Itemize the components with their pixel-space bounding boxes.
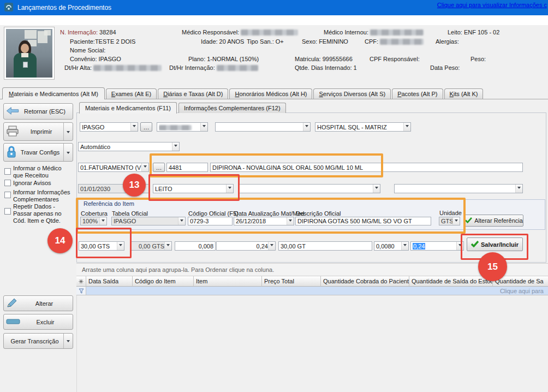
annotation-step-14: 14 xyxy=(47,228,73,253)
grid-body-edge xyxy=(76,295,77,392)
retornar-button[interactable]: Retornar (ESC) xyxy=(3,103,73,120)
column-header-qtd-saida[interactable]: Quantidade de Saída do Estoque xyxy=(409,276,493,287)
medico-receitou-combo[interactable] xyxy=(215,122,311,132)
tab-exames[interactable]: Exames (Alt E) xyxy=(106,88,157,99)
window-title: Lançamentos de Procedimentos xyxy=(17,4,111,11)
tab-honorarios-medicos[interactable]: Honorários Médicos (Alt H) xyxy=(229,88,312,99)
idade: Idade:20 ANOS xyxy=(201,38,244,45)
column-header-item[interactable]: Item xyxy=(194,276,262,287)
column-header-codigo-item[interactable]: Código do Item xyxy=(133,276,194,287)
cobertura-label: Cobertura xyxy=(81,210,108,217)
data-atualizacao-combo[interactable]: 26/12/2018 xyxy=(234,217,294,225)
qtde-oficial-field[interactable]: 30,00 GT xyxy=(278,241,372,251)
annotation-step-15: 15 xyxy=(478,252,507,281)
tab-kits[interactable]: Kits (Alt K) xyxy=(444,88,484,99)
travar-dropdown[interactable] xyxy=(63,144,73,161)
alterar-referencia-button[interactable]: Alterar Referência xyxy=(464,215,523,227)
tipo-sanguineo: Tipo San.:O+ xyxy=(247,38,284,45)
eraser-icon xyxy=(6,318,20,326)
grid-header-row: Data Saída Código do Item Item Preço Tot… xyxy=(76,276,548,287)
pencil-icon xyxy=(6,298,18,310)
tabela-oficial-combo[interactable]: IPASGO xyxy=(111,217,186,225)
redacted-value xyxy=(380,39,424,45)
descricao-oficial-field[interactable]: DIPIRONA GOTAS 500 MG/ML SO VO GT xyxy=(295,217,431,225)
app-icon xyxy=(4,3,13,13)
convenio-combo[interactable]: IPASGO xyxy=(80,122,138,132)
tab-materiais-medicamentos[interactable]: Materiais e Medicamentos (Alt M) xyxy=(2,87,105,99)
cpf: CPF: xyxy=(365,38,424,45)
tabela-oficial-label: Tabela Oficial xyxy=(112,210,148,217)
alterar-button[interactable]: Alterar xyxy=(3,295,73,311)
imprimir-button[interactable]: Imprimir xyxy=(3,122,73,141)
convenio-paciente: Convênio:IPASGO xyxy=(70,56,121,62)
grid-corner-icon xyxy=(76,276,86,287)
checkbox-ignorar-avisos[interactable] xyxy=(4,180,11,186)
checkbox-informar-informacoes[interactable] xyxy=(4,192,11,198)
exame-vinculado-combo[interactable] xyxy=(394,184,523,193)
cod-item-browse-button[interactable]: … xyxy=(153,163,165,172)
local-uso-combo[interactable]: LEITO xyxy=(153,184,234,193)
codigo-oficial-label: Código Oficial (F5) xyxy=(188,210,239,217)
leito: Leito:ENF 105 - 02 xyxy=(448,29,499,35)
valor-total-combo[interactable]: 0,24 xyxy=(216,241,276,251)
gerar-transcricao-button[interactable]: Gerar Transcrição xyxy=(3,333,73,349)
dthr-alta: Dt/Hr Alta: xyxy=(64,64,162,71)
descricao-item-field[interactable]: DIPIRONA - NOVALGINA SOL ORAL 500 MG/ML … xyxy=(210,163,523,172)
filter-funnel-icon xyxy=(76,287,86,295)
valor-unit-field[interactable]: 0,008 xyxy=(175,241,216,251)
cpf-responsavel: CPF Responsável: xyxy=(370,56,420,62)
qtde-estoque-combo[interactable]: 0,00 GTS xyxy=(130,241,172,251)
redacted-value xyxy=(93,65,162,71)
redacted-value xyxy=(217,65,258,71)
checkbox-repetir-dados[interactable] xyxy=(4,208,11,215)
setor-origem-combo[interactable]: 01.FATURAMENTO (VIR xyxy=(78,163,149,172)
grupo-lancamento-combo[interactable] xyxy=(239,184,380,193)
descricao-oficial-label: Descrição Oficial xyxy=(296,210,341,217)
checkbox-repetir-dados-label: Repetir Dados - Passar apenas no Cód. It… xyxy=(13,203,71,224)
qtde-cobrada-combo[interactable]: 30,00 GTS xyxy=(79,241,124,251)
unidade-oficial-combo[interactable]: GTS xyxy=(439,217,460,225)
excluir-button[interactable]: Excluir xyxy=(3,314,73,330)
convenio-browse-button[interactable]: … xyxy=(140,122,152,132)
app-window: Lançamentos de Procedimentos Clique aqui… xyxy=(0,0,548,392)
dthr-internacao: Dt/Hr Internação: xyxy=(169,64,258,71)
checkbox-informar-informacoes-label: Informar Informações Complementares xyxy=(13,189,74,203)
tab-pacotes[interactable]: Pacotes (Alt P) xyxy=(392,88,443,99)
qtde-dias-internado: Qtde. Dias Internado:1 xyxy=(295,64,357,71)
cobertura-combo[interactable]: 100% xyxy=(80,217,107,225)
subtab-materiais-f11[interactable]: Materiais e Medicamentos (F11) xyxy=(79,102,177,114)
referencia-caption: Referência do Item xyxy=(84,200,134,207)
unidade-combo[interactable]: HOSPITAL SQL - MATRIZ xyxy=(315,122,411,132)
peso: Peso: xyxy=(470,56,486,62)
travar-configs-button[interactable]: Travar Configs xyxy=(3,143,73,162)
column-header-qtd-cobrada[interactable]: Quantidade Cobrada do Paciente xyxy=(321,276,409,287)
paciente: Paciente:TESTE 2 DOIS xyxy=(70,38,135,45)
patient-photo xyxy=(4,27,55,80)
subtab-informacoes-f12[interactable]: Informações Complementares (F12) xyxy=(178,103,286,113)
tab-diarias-taxas[interactable]: Diárias e Taxas (Alt D) xyxy=(158,88,228,99)
arrow-left-icon xyxy=(6,106,19,116)
redacted-value xyxy=(241,29,298,35)
grid-group-hint: Arraste uma coluna aqui para agrupa-la. … xyxy=(76,263,548,276)
vl-unt-oficial-combo[interactable]: 0,0080 xyxy=(374,241,409,251)
nome-social: Nome Social: xyxy=(70,47,105,54)
column-header-data-saida[interactable]: Data Saída xyxy=(86,276,133,287)
cod-item-field[interactable]: 4481 xyxy=(166,163,208,172)
sub-tab-strip: Materiais e Medicamentos (F11) Informaçõ… xyxy=(79,102,286,113)
checkbox-informar-medico[interactable] xyxy=(4,168,11,175)
gerar-transcricao-dropdown[interactable] xyxy=(63,334,73,348)
codigo-oficial-field[interactable]: 0729-3 xyxy=(188,217,233,225)
data-peso: Data Peso: xyxy=(430,64,460,71)
tab-servicos-diversos[interactable]: Serviços Diversos (Alt S) xyxy=(313,88,391,99)
data-lancamento-combo[interactable] xyxy=(157,122,208,132)
vl-total-oficial-combo[interactable]: 0,24 xyxy=(410,241,464,251)
salvar-incluir-button[interactable]: Salvar/Incluir xyxy=(467,237,523,251)
check-icon xyxy=(465,217,472,224)
info-link[interactable]: Clique aqui para visualizar Informações … xyxy=(437,2,547,8)
lancar-quant-combo[interactable]: Automático xyxy=(78,142,180,151)
matricula: Matricula:999555666 xyxy=(295,56,353,62)
unidade-oficial-label: Unidade xyxy=(439,210,462,216)
imprimir-dropdown[interactable] xyxy=(63,123,73,140)
grid-filter-hint[interactable]: Clique aqui para xyxy=(86,287,548,295)
column-header-preco-total[interactable]: Preço Total xyxy=(262,276,321,287)
